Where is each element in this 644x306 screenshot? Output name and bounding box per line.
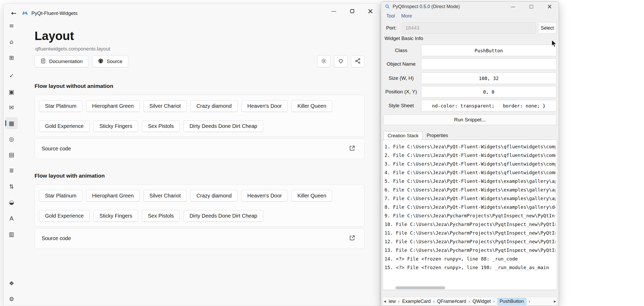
sidebar-item-dialogs[interactable]: ✉ <box>5 101 18 114</box>
stack-frame[interactable]: 15. <?> File <frozen runpy>, line 198: _… <box>385 263 555 272</box>
maximize-button[interactable] <box>343 4 361 18</box>
breadcrumb-item[interactable]: QWidget <box>472 299 491 304</box>
documentation-button[interactable]: Documentation <box>35 55 88 67</box>
layout-icon: ▦ <box>9 120 14 127</box>
sidebar-item-hamburger-menu[interactable]: ≡ <box>5 20 18 32</box>
stack-frame[interactable]: 2. File C:\Users\Jeza\PyQt-Fluent-Widget… <box>385 151 555 160</box>
flow-button[interactable]: Hierophant Green <box>86 190 140 202</box>
sidebar-item-menus[interactable]: ▤ <box>5 149 18 161</box>
flow-button[interactable]: Heaven's Door <box>241 190 288 202</box>
style-sheet-label: Style Sheet <box>381 100 421 111</box>
style-sheet-input[interactable] <box>421 100 556 111</box>
sidebar-item-material[interactable]: ◎ <box>5 133 18 145</box>
stack-frame[interactable]: 5. File C:\Users\Jeza\PyQt-Fluent-Widget… <box>385 177 555 185</box>
inspector-titlebar[interactable]: PyQtInspect 0.5.0 (Direct Mode) — × <box>381 2 559 12</box>
flow-button[interactable]: Sex Pistols <box>142 120 180 132</box>
share-button[interactable] <box>351 55 365 67</box>
menu-more[interactable]: More <box>398 13 415 20</box>
sidebar-item-widgets[interactable]: ⊞ <box>5 52 18 64</box>
port-input[interactable] <box>402 22 536 34</box>
size-input[interactable] <box>421 72 556 84</box>
sidebar-item-icons[interactable]: ❖ <box>5 277 18 289</box>
flow-button[interactable]: Hierophant Green <box>86 100 140 112</box>
stack-frame[interactable]: 8. File C:\Users\Jeza\PyQt-Fluent-Widget… <box>385 203 555 211</box>
flow-button[interactable]: Star Platinum <box>39 190 82 202</box>
position-input[interactable] <box>421 86 556 98</box>
stack-frame[interactable]: 10. File C:\Users\Jeza\PycharmProjects\P… <box>385 220 555 229</box>
widgets-icon: ⊞ <box>9 54 14 61</box>
source-button[interactable]: Source <box>92 55 128 67</box>
sidebar-item-status-info[interactable]: ◒ <box>5 196 18 208</box>
flow-button[interactable]: Crazy diamond <box>190 100 238 112</box>
documentation-button-label: Documentation <box>49 59 83 64</box>
flow-button[interactable]: Dirty Deeds Done Dirt Cheap <box>183 210 263 222</box>
stack-frame[interactable]: 13. File C:\Users\Jeza\PycharmProjects\P… <box>385 246 555 254</box>
inspector-window: PyQtInspect 0.5.0 (Direct Mode) — × Tool… <box>381 1 559 306</box>
flow-button[interactable]: Killer Queen <box>291 190 332 202</box>
scroll-arrows-icon: ⇅ <box>9 183 14 190</box>
stack-frame[interactable]: 1. File C:\Users\Jeza\PyQt-Fluent-Widget… <box>385 142 555 151</box>
object-name-input[interactable] <box>421 58 556 70</box>
like-button[interactable] <box>334 55 348 67</box>
menu-tool[interactable]: Tool <box>383 13 398 20</box>
class-input[interactable] <box>421 45 556 56</box>
open-source-link-button[interactable] <box>347 233 358 244</box>
minimize-button[interactable]: — <box>325 4 343 18</box>
open-source-link-button[interactable] <box>347 143 358 154</box>
icons-gallery-icon: ❖ <box>9 280 14 287</box>
flow-button[interactable]: Gold Experience <box>39 210 90 222</box>
stack-frame[interactable]: 9. File C:\Users\Jeza\PycharmProjects\Py… <box>385 211 555 220</box>
sidebar-item-settings[interactable]: ⚙ <box>5 293 18 305</box>
minimize-icon: — <box>331 8 336 14</box>
theme-toggle-button[interactable] <box>317 55 331 67</box>
breadcrumb-item[interactable]: ExampleCard <box>402 299 431 304</box>
flow-button[interactable]: Killer Queen <box>291 100 332 112</box>
tab-properties[interactable]: Properties <box>423 131 452 140</box>
back-button[interactable]: ← <box>8 8 19 19</box>
flow-button[interactable]: Gold Experience <box>39 120 90 132</box>
module-path: qfluentwidgets.components.layout <box>35 46 110 52</box>
sidebar-item-scrolling[interactable]: ⇅ <box>5 180 18 192</box>
breadcrumb-item[interactable]: QFrame#card <box>437 299 466 304</box>
sidebar-item-view[interactable]: ▥ <box>5 228 18 240</box>
flow-button[interactable]: Silver Chariot <box>143 190 187 202</box>
stack-frame[interactable]: 12. File C:\Users\Jeza\PycharmProjects\P… <box>385 237 555 246</box>
sidebar-item-date-time[interactable]: ▣ <box>5 86 18 98</box>
stack-frame[interactable]: 3. File C:\Users\Jeza\PyQt-Fluent-Widget… <box>385 160 555 168</box>
gallery-titlebar[interactable]: ← PyQt-Fluent-Widgets — × <box>4 4 380 23</box>
position-label: Position (X, Y) <box>381 86 421 98</box>
flow-button[interactable]: Heaven's Door <box>241 100 288 112</box>
breadcrumb-item-selected[interactable]: PushButton <box>497 298 526 305</box>
stack-frame[interactable]: 7. File C:\Users\Jeza\PyQt-Fluent-Widget… <box>385 194 555 203</box>
select-port-button[interactable]: Select <box>538 22 556 34</box>
sidebar-item-home[interactable]: ⌂ <box>5 36 18 48</box>
horizontal-scrollbar-thumb[interactable] <box>396 286 445 289</box>
flow-button[interactable]: Star Platinum <box>39 100 82 112</box>
heart-icon <box>338 58 344 65</box>
flow-button[interactable]: Crazy diamond <box>190 190 238 202</box>
flow-button[interactable]: Silver Chariot <box>143 100 187 112</box>
minimize-button[interactable]: — <box>504 2 522 12</box>
breadcrumb-scroll-right-button[interactable]: ▶ <box>554 297 556 306</box>
sidebar-item-layout[interactable]: ▦ <box>5 117 18 129</box>
breadcrumb-scroll-left-button[interactable]: ◀ <box>384 297 386 306</box>
stack-frame[interactable]: 11. File C:\Users\Jeza\PycharmProjects\P… <box>385 229 555 237</box>
close-button[interactable]: × <box>361 4 380 18</box>
breadcrumb-item[interactable]: iew <box>389 299 396 304</box>
gallery-window: ← PyQt-Fluent-Widgets — × ≡ ⌂ ⊞ ✓ ▣ ✉ ▦ … <box>3 3 380 306</box>
flow-button[interactable]: Sticky Fingers <box>93 120 138 132</box>
maximize-button[interactable] <box>522 2 540 12</box>
flow-button[interactable]: Dirty Deeds Done Dirt Cheap <box>183 120 263 132</box>
stack-frame[interactable]: 14. <?> File <frozen runpy>, line 88: _r… <box>385 254 555 263</box>
sidebar-item-basic-input[interactable]: ✓ <box>5 70 18 82</box>
sidebar-item-navigation[interactable]: ≣ <box>5 164 18 176</box>
sidebar-item-text[interactable]: A <box>5 212 18 224</box>
tab-creation-stack[interactable]: Creation Stack <box>383 131 423 140</box>
flow-button[interactable]: Sex Pistols <box>142 210 180 222</box>
flow-button[interactable]: Sticky Fingers <box>93 210 138 222</box>
close-button[interactable]: × <box>540 2 559 12</box>
stack-frame[interactable]: 4. File C:\Users\Jeza\PyQt-Fluent-Widget… <box>385 168 555 177</box>
source-code-label: Source code <box>42 146 71 152</box>
run-snippet-button[interactable]: Run Snippet... <box>383 115 556 125</box>
stack-frame[interactable]: 6. File C:\Users\Jeza\PyQt-Fluent-Widget… <box>385 185 555 194</box>
